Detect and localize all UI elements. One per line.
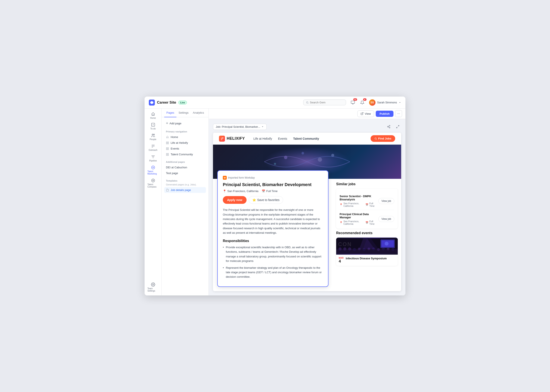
- svg-rect-15: [168, 147, 168, 148]
- svg-point-38: [343, 247, 346, 250]
- nav-life-label: Life at Helixify: [171, 141, 188, 144]
- job-type-text: Full Time: [266, 189, 278, 193]
- save-label: Save to favorites: [257, 198, 280, 202]
- responsibilities-title: Responsibilities: [223, 239, 323, 243]
- event-month: MAR: [339, 257, 344, 259]
- helix-icon: [220, 137, 224, 140]
- responsibility-2: Represent the biomarker strategy and pla…: [223, 266, 323, 279]
- svg-text:CON: CON: [338, 241, 352, 247]
- apply-now-button[interactable]: Apply now: [223, 196, 246, 204]
- search-box[interactable]: [303, 99, 346, 105]
- nav-events[interactable]: Events: [164, 146, 206, 151]
- nav-talent-community[interactable]: Talent Community: [164, 151, 206, 157]
- similar-job-1-location: 📍 San Francisco, California: [340, 202, 363, 207]
- add-page-button[interactable]: + Add page: [164, 120, 206, 127]
- event-info: MAR 4 Infectious Disease Symposium: [336, 255, 398, 266]
- notifications-btn[interactable]: 6: [359, 99, 366, 106]
- left-sidebar: Home To-do People Outreach: [145, 109, 162, 295]
- svg-point-23: [389, 125, 390, 126]
- site-nav-life[interactable]: Life at Helixify: [253, 137, 272, 140]
- sidebar-label-outreach: Outreach: [149, 149, 157, 151]
- nav-life-at-helixify[interactable]: Life at Helixify: [164, 140, 206, 146]
- monitor-btn[interactable]: 12: [349, 99, 356, 106]
- pin-icon-1: 📍: [340, 203, 343, 206]
- nav-test-page[interactable]: Test page: [164, 170, 206, 176]
- page-selector[interactable]: Job: Principal Scientist, Biomarker...: [213, 124, 267, 130]
- chevron-down-icon: [398, 101, 401, 104]
- nav-home[interactable]: Home: [164, 134, 206, 140]
- top-bar: Career Site Live 12 6 SS: [145, 97, 405, 109]
- svg-point-53: [385, 242, 389, 245]
- view-job-2-button[interactable]: View job: [378, 216, 394, 222]
- site-nav-talent[interactable]: Talent Community: [293, 137, 319, 140]
- nav-events-label: Events: [171, 147, 179, 150]
- search-input[interactable]: [310, 101, 343, 104]
- svg-rect-18: [166, 153, 167, 154]
- nav-grid-icon-3: [166, 153, 169, 156]
- event-day: 4: [339, 259, 344, 264]
- sidebar-item-people[interactable]: People: [146, 132, 160, 142]
- svg-point-9: [152, 284, 153, 285]
- svg-point-47: [387, 248, 390, 250]
- sidebar-item-home[interactable]: Home: [146, 110, 160, 121]
- publish-button[interactable]: Publish: [376, 111, 393, 117]
- share-button[interactable]: [385, 123, 392, 130]
- search-icon: [306, 101, 309, 104]
- sidebar-item-outreach[interactable]: Outreach: [146, 142, 160, 153]
- svg-point-8: [152, 180, 153, 181]
- sidebar-item-team-settings[interactable]: Team Settings: [146, 281, 160, 294]
- job-card: W Imported form Workday Principal Scient…: [217, 170, 328, 287]
- view-button[interactable]: View: [357, 111, 374, 117]
- bell-badge: 6: [363, 98, 367, 101]
- similar-job-2-location: 📍 San Francisco, California: [340, 220, 363, 225]
- find-jobs-label: Find Jobs: [378, 137, 391, 140]
- home-icon: [151, 112, 155, 116]
- more-options-button[interactable]: ···: [395, 110, 402, 117]
- preview-frame: HELIXIFY Life at Helixify Events Talent …: [213, 133, 401, 291]
- content-panel: View Publish ··· Job: Principal Scientis…: [209, 109, 405, 295]
- svg-line-22: [362, 112, 363, 114]
- nav-grid-icon-1: [166, 141, 169, 144]
- svg-rect-13: [168, 143, 168, 144]
- sidebar-item-talent-marketing[interactable]: Talent Marketing: [146, 164, 160, 177]
- tab-pages[interactable]: Pages: [164, 109, 176, 117]
- sidebar-item-pipeline[interactable]: Pipeline: [146, 153, 160, 164]
- cal-icon-1: 📅: [365, 203, 369, 206]
- svg-rect-19: [168, 153, 168, 154]
- svg-point-5: [153, 134, 154, 135]
- sidebar-item-talent-compass[interactable]: Talent Compass: [146, 177, 160, 190]
- talent-marketing-icon: [151, 165, 155, 170]
- nav-job-details[interactable]: Job details page: [164, 187, 206, 193]
- job-meta: 📍 San Francisco, California 📅 Full Time: [223, 189, 323, 193]
- nav-dei[interactable]: DEI at Cabuchon: [164, 164, 206, 170]
- page-selector-value: Job: Principal Scientist, Biomarker...: [216, 125, 260, 128]
- people-icon: [151, 133, 155, 138]
- main-layout: Home To-do People Outreach: [145, 109, 405, 295]
- save-favorites-button[interactable]: ⭐ Save to favorites: [249, 196, 283, 204]
- sidebar-label-people: People: [150, 138, 156, 140]
- svg-point-37: [339, 247, 341, 250]
- find-jobs-button[interactable]: Find Jobs: [371, 135, 395, 142]
- sidebar-label-talent-compass: Talent Compass: [148, 183, 159, 188]
- view-job-1-button[interactable]: View job: [378, 198, 394, 204]
- svg-point-7: [152, 179, 155, 182]
- collapse-button[interactable]: [394, 123, 401, 130]
- job-description: The Principal Scientist will be responsi…: [223, 208, 323, 235]
- site-nav-events[interactable]: Events: [278, 137, 287, 140]
- tab-settings[interactable]: Settings: [176, 109, 191, 117]
- tab-analytics[interactable]: Analytics: [191, 109, 206, 117]
- nav-dei-label: DEI at Cabuchon: [166, 166, 187, 169]
- gem-logo: [149, 99, 155, 105]
- add-page-label: Add page: [170, 122, 181, 125]
- job-title: Principal Scientist, Biomarker Developme…: [223, 182, 323, 187]
- cal-icon-2: 📅: [365, 221, 369, 224]
- svg-line-26: [388, 127, 389, 127]
- sidebar-item-todo[interactable]: To-do: [146, 121, 160, 132]
- bell-icon: [360, 100, 364, 105]
- site-nav-links: Life at Helixify Events Talent Community: [253, 137, 371, 140]
- templates-label: Templates: [164, 179, 206, 183]
- user-menu[interactable]: SS Sarah Simmons: [369, 99, 401, 106]
- settings-icon: [151, 282, 155, 287]
- svg-point-32: [318, 157, 322, 162]
- templates-subtitle: Generated pages (e.g. Jobs).: [164, 183, 206, 187]
